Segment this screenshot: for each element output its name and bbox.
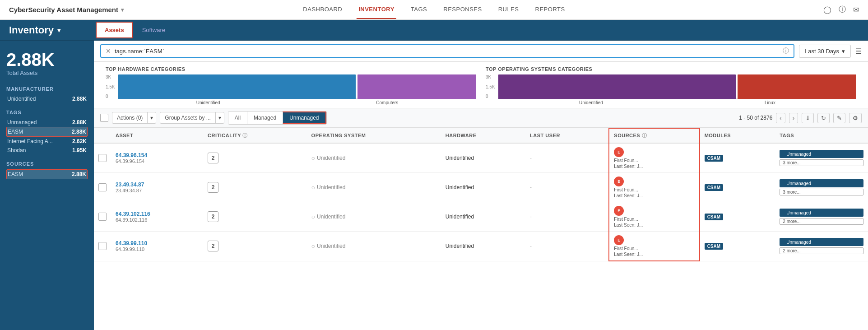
tag-badge: Unmanaged: [780, 150, 863, 158]
filter-unmanaged[interactable]: Unmanaged: [283, 112, 326, 124]
row-sources: E First Foun... Last Seen: J...: [609, 143, 699, 173]
dash: -: [530, 155, 532, 161]
nav-responses[interactable]: RESPONSES: [441, 0, 483, 19]
asset-link[interactable]: 64.39.96.154: [116, 152, 199, 158]
csam-badge: CSAM: [705, 184, 723, 191]
sidebar-item-easm[interactable]: EASM 2.88K: [6, 127, 88, 137]
group-assets-button[interactable]: Group Assets by ... ▾: [160, 112, 224, 124]
download-button[interactable]: ⇓: [802, 113, 814, 123]
date-range-button[interactable]: Last 30 Days ▾: [799, 45, 851, 58]
table-row: 64.39.102.116 64.39.102.116 2 ○ Unidenti…: [94, 202, 868, 232]
dash: -: [530, 243, 532, 249]
th-modules: MODULES: [700, 128, 775, 143]
row-criticality: 2: [203, 143, 307, 173]
user-icon[interactable]: ◯: [823, 5, 831, 14]
asset-link[interactable]: 23.49.34.87: [116, 181, 199, 188]
os-chart-area: 3K 1.5K 0 Unidentified: [486, 74, 856, 105]
source-cell: E First Foun... Last Seen: J...: [614, 177, 694, 198]
search-help-icon[interactable]: ⓘ: [783, 47, 789, 55]
nav-reports[interactable]: REPORTS: [534, 0, 567, 19]
sidebar-item-unmanaged[interactable]: Unmanaged 2.88K: [6, 118, 88, 127]
hardware-chart: TOP HARDWARE CATEGORIES 3K 1.5K 0: [101, 66, 481, 105]
row-tags: Unmanaged 3 more...: [775, 143, 868, 173]
sidebar-item-name: Shodan: [7, 147, 26, 153]
row-checkbox[interactable]: [94, 202, 111, 232]
asset-link[interactable]: 64.39.102.116: [116, 211, 199, 217]
actions-button[interactable]: Actions (0) ▾: [112, 112, 156, 124]
toolbar-right: 1 - 50 of 2876 ‹ › ⇓ ↻ ✎ ⚙: [739, 113, 862, 123]
app-title[interactable]: CyberSecurity Asset Management ▾: [9, 6, 124, 14]
help-icon[interactable]: ⓘ: [839, 5, 846, 14]
os-bar-linux: [738, 74, 856, 99]
sidebar-section-sources: SOURCES: [6, 161, 88, 167]
y-label-0: 0: [106, 94, 115, 99]
sidebar-item-value: 2.62K: [72, 138, 87, 144]
sidebar-item-unidentified-mfr[interactable]: Unidentified 2.88K: [6, 94, 88, 103]
source-first-found: First Foun...: [614, 158, 694, 163]
search-input[interactable]: [115, 48, 779, 55]
source-cell: E First Foun... Last Seen: J...: [614, 235, 694, 257]
bar-os-unidentified: [498, 74, 736, 99]
sidebar-item-internet-facing[interactable]: Internet Facing A... 2.62K: [6, 137, 88, 146]
search-input-wrapper: ✕ ⓘ: [100, 44, 794, 58]
sub-tabs: Assets Software: [95, 20, 173, 40]
select-all-checkbox[interactable]: [100, 114, 108, 122]
th-asset: ASSET: [111, 128, 203, 143]
os-bar-unidentified: [498, 74, 736, 99]
criticality-badge: 2: [208, 153, 218, 163]
nav-tags[interactable]: TAGS: [409, 0, 429, 19]
row-checkbox[interactable]: [94, 143, 111, 173]
asset-link[interactable]: 64.39.99.110: [116, 240, 199, 246]
nav-inventory[interactable]: INVENTORY: [357, 0, 396, 19]
search-clear-icon[interactable]: ✕: [106, 47, 111, 55]
sidebar-item-easm-source[interactable]: EASM 2.88K: [6, 169, 88, 179]
more-tags-badge[interactable]: 2 more...: [780, 218, 863, 225]
filter-all[interactable]: All: [228, 112, 247, 124]
tab-software[interactable]: Software: [134, 20, 173, 40]
row-modules: CSAM: [700, 202, 775, 232]
sidebar-item-name: Unmanaged: [7, 119, 37, 125]
settings-button[interactable]: ⚙: [849, 113, 862, 123]
menu-icon[interactable]: ☰: [855, 47, 862, 56]
os-icon: ○ Unidentified: [311, 242, 346, 250]
more-tags-badge[interactable]: 3 more...: [780, 189, 863, 195]
row-last-user: -: [525, 202, 609, 232]
th-os: OPERATING SYSTEM: [307, 128, 441, 143]
criticality-info-icon[interactable]: ⓘ: [242, 133, 248, 138]
tag-label: Unmanaged: [786, 152, 811, 157]
chart-view-button[interactable]: ✎: [833, 113, 845, 123]
next-page-button[interactable]: ›: [789, 113, 798, 123]
toolbar-row: Actions (0) ▾ Group Assets by ... ▾ All …: [94, 108, 868, 128]
prev-page-button[interactable]: ‹: [776, 113, 785, 123]
source-first-found: First Foun...: [614, 246, 694, 251]
sidebar-item-shodan[interactable]: Shodan 1.95K: [6, 146, 88, 155]
row-criticality: 2: [203, 232, 307, 261]
source-first-found: First Foun...: [614, 187, 694, 192]
row-criticality: 2: [203, 202, 307, 232]
date-range-label: Last 30 Days: [805, 48, 839, 55]
th-hardware: HARDWARE: [441, 128, 525, 143]
source-row: E: [614, 235, 694, 245]
inventory-arrow: ▾: [57, 27, 60, 34]
nav-dashboard[interactable]: DASHBOARD: [301, 0, 344, 19]
y-label-15k: 1.5K: [486, 84, 495, 89]
nav-rules[interactable]: RULES: [497, 0, 521, 19]
th-criticality: CRITICALITY ⓘ: [203, 128, 307, 143]
tab-assets[interactable]: Assets: [96, 22, 133, 38]
hardware-y-labels: 3K 1.5K 0: [106, 74, 115, 99]
more-tags-badge[interactable]: 3 more...: [780, 159, 863, 166]
source-logo: E: [614, 147, 624, 157]
refresh-button[interactable]: ↻: [817, 113, 830, 123]
row-checkbox[interactable]: [94, 173, 111, 202]
sources-info-icon[interactable]: ⓘ: [642, 133, 647, 138]
more-tags-badge[interactable]: 2 more...: [780, 247, 863, 254]
os-y-labels: 3K 1.5K 0: [486, 74, 495, 99]
filter-managed[interactable]: Managed: [247, 112, 283, 124]
nav-icons: ◯ ⓘ ✉: [823, 5, 859, 14]
tag-label: Unmanaged: [786, 240, 811, 245]
hardware-bars: [118, 74, 476, 99]
row-os: ○ Unidentified: [307, 173, 441, 202]
source-row: E: [614, 177, 694, 186]
mail-icon[interactable]: ✉: [853, 5, 859, 14]
row-checkbox[interactable]: [94, 232, 111, 261]
